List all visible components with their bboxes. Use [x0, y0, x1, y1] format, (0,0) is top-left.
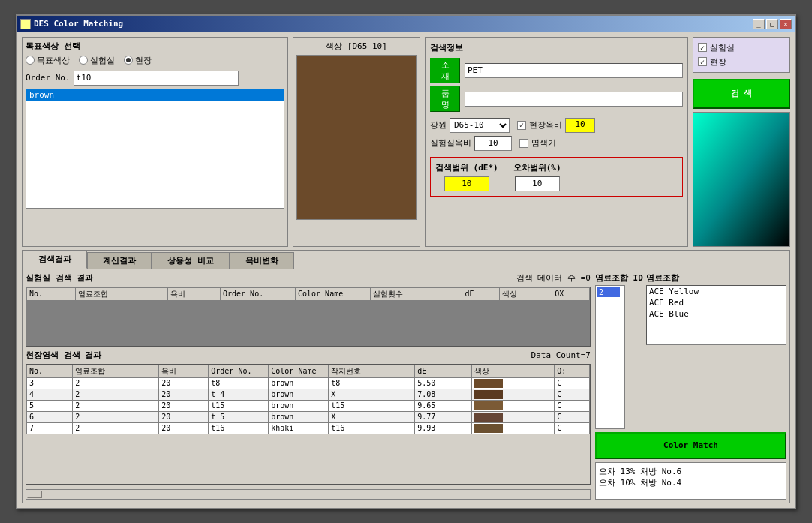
- error-range-input[interactable]: [515, 176, 560, 191]
- search-range-label: 검색범위 (dE*): [435, 162, 498, 173]
- lab-checkbox[interactable]: ✓: [698, 43, 707, 52]
- dye-item-yellow[interactable]: ACE Yellow: [647, 286, 786, 297]
- table-row[interactable]: 7 2 20 t16 khaki t16 9.93 C: [27, 422, 590, 434]
- dyer-checkbox[interactable]: [519, 139, 528, 148]
- lab-dyer-row: 실험실옥비 염색기: [430, 136, 683, 151]
- dye-combo-area: 염료조합 ID 2 염료조합 ACE Yellow ACE Red: [595, 272, 786, 429]
- color-listbox[interactable]: brown: [26, 89, 284, 209]
- table-row[interactable]: 6 2 20 t 5 brown X 9.77 C: [27, 411, 590, 422]
- table-row[interactable]: 3 2 20 t8 brown t8 5.50 C: [27, 377, 590, 389]
- dye-combo-label: 염료조합: [646, 272, 786, 284]
- order-row: Order No.: [26, 71, 284, 86]
- color-preview-panel: 색상 [D65-10]: [293, 37, 420, 247]
- search-range-col: 검색범위 (dE*): [435, 162, 498, 191]
- close-button[interactable]: ✕: [780, 19, 792, 29]
- lab-col-ratio: 욕비: [167, 287, 220, 300]
- range-section: 검색범위 (dE*) 오차범위(%): [430, 157, 683, 197]
- table-row[interactable]: 4 2 20 t 4 brown X 7.08 C: [27, 389, 590, 400]
- lab-ratio-input[interactable]: [474, 136, 512, 151]
- search-range-input[interactable]: [444, 176, 489, 191]
- tab-bar: 검색결과 계산결과 상용성 비교 욕비변화: [23, 251, 789, 269]
- target-color-title: 목표색상 선택: [26, 41, 284, 52]
- radio-lab-circle: [79, 56, 88, 65]
- lab-results-header: 실험실 검색 결과 검색 데이터 수 =0: [26, 272, 591, 284]
- dye-combo-section: 염료조합 ACE Yellow ACE Red ACE Blue: [646, 272, 786, 429]
- title-bar: DES Color Matching _ □ ✕: [17, 16, 795, 32]
- table-row[interactable]: 5 2 20 t15 brown t15 9.65 C: [27, 400, 590, 411]
- minimize-button[interactable]: _: [753, 19, 765, 29]
- lab-results-table-container: No. 염료조합 욕비 Order No. Color Name 실험횟수 dE…: [26, 287, 591, 347]
- lab-col-swatch: 색상: [500, 287, 552, 300]
- light-ratio-row: 광원 D65-10 ✓ 현장옥비 10: [430, 118, 683, 133]
- dye-id-section: 염료조합 ID 2: [595, 272, 643, 429]
- lab-col-test: 실험횟수: [370, 287, 462, 300]
- tab-calc-results[interactable]: 계산결과: [87, 252, 152, 269]
- field-results-table-container[interactable]: No. 염료조합 욕비 Order No. Color Name 작지번호 dE…: [26, 364, 591, 485]
- field-col-work: 작지번호: [329, 365, 415, 377]
- field-checkbox[interactable]: ✓: [698, 57, 707, 66]
- color-preview-label: 색상 [D65-10]: [296, 41, 417, 52]
- error-range-label: 오차범위(%): [513, 162, 561, 173]
- dye-combo-listbox[interactable]: ACE Yellow ACE Red ACE Blue: [646, 285, 786, 345]
- lab-col-de: dE: [462, 287, 500, 300]
- field-results-table: No. 염료조합 욕비 Order No. Color Name 작지번호 dE…: [26, 365, 590, 434]
- dye-id-box: 2: [595, 285, 625, 429]
- field-ratio-checkbox[interactable]: ✓: [517, 121, 526, 130]
- product-input[interactable]: [465, 92, 683, 107]
- lab-ratio-group: 실험실옥비: [430, 136, 512, 151]
- material-row: 소 재: [430, 58, 683, 83]
- color-match-button[interactable]: Color Match: [595, 432, 786, 459]
- radio-group: 목표색상 실험실 현장: [26, 55, 284, 66]
- dye-id-value: 2: [597, 287, 620, 297]
- search-data-count: 검색 데이터 수 =0: [516, 272, 591, 284]
- field-col-ratio: 욕비: [159, 365, 209, 377]
- tabs-section: 검색결과 계산결과 상용성 비교 욕비변화 실험실 검색 결과 검색 데이터 수…: [22, 250, 790, 503]
- dye-item-blue[interactable]: ACE Blue: [647, 308, 786, 320]
- product-label: 품 명: [430, 86, 460, 112]
- main-window: DES Color Matching _ □ ✕ 목표색상 선택 목표색상: [16, 14, 796, 509]
- order-no-input[interactable]: [74, 71, 239, 86]
- tab-search-results[interactable]: 검색결과: [23, 251, 87, 269]
- title-controls: _ □ ✕: [753, 19, 792, 29]
- material-input[interactable]: [465, 63, 683, 78]
- field-col-no: No.: [27, 365, 73, 377]
- maximize-button[interactable]: □: [766, 19, 778, 29]
- search-button[interactable]: 검 색: [693, 79, 790, 109]
- field-col-de: dE: [415, 365, 472, 377]
- lab-col-ox: OX: [552, 287, 590, 300]
- horizontal-scrollbar[interactable]: [26, 489, 591, 500]
- color-gradient-display: [693, 112, 790, 247]
- error-text-2: 오차 10% 처방 No.4: [599, 477, 783, 488]
- lab-col-dye: 염료조합: [76, 287, 167, 300]
- field-ratio-label: 현장옥비: [529, 119, 562, 131]
- color-preview-swatch: [296, 55, 417, 220]
- material-label: 소 재: [430, 58, 460, 83]
- product-row: 품 명: [430, 86, 683, 112]
- lab-ratio-label: 실험실옥비: [430, 137, 471, 149]
- field-col-swatch: 색상: [472, 365, 555, 377]
- radio-lab[interactable]: 실험실: [79, 55, 115, 66]
- field-col-o: O:: [555, 365, 590, 377]
- radio-field[interactable]: 현장: [124, 55, 152, 66]
- lab-col-no: No.: [27, 287, 76, 300]
- error-range-col: 오차범위(%): [513, 162, 561, 191]
- tab-ratio-change[interactable]: 욕비변화: [230, 252, 294, 269]
- tab-compatibility[interactable]: 상용성 비교: [152, 252, 230, 269]
- lab-col-order: Order No.: [220, 287, 295, 300]
- lab-results-title: 실험실 검색 결과: [26, 272, 93, 284]
- dyer-label: 염색기: [531, 137, 556, 149]
- listbox-item-brown[interactable]: brown: [26, 89, 284, 101]
- radio-target[interactable]: 목표색상: [26, 55, 70, 66]
- light-source-select[interactable]: D65-10: [450, 118, 510, 133]
- field-results-title: 현장염색 검색 결과: [26, 350, 101, 361]
- radio-field-dot: [126, 58, 131, 62]
- field-results-header: 현장염색 검색 결과 Data Count=7: [26, 350, 591, 361]
- right-bottom-panel: 염료조합 ID 2 염료조합 ACE Yellow ACE Red: [595, 272, 786, 500]
- dye-item-red[interactable]: ACE Red: [647, 297, 786, 308]
- window-title: DES Color Matching: [34, 19, 123, 29]
- field-ratio-value[interactable]: 10: [565, 118, 595, 133]
- scroll-thumb[interactable]: [27, 491, 42, 498]
- color-match-label: Color Match: [663, 440, 718, 450]
- field-col-order: Order No.: [209, 365, 269, 377]
- target-color-panel: 목표색상 선택 목표색상 실험실 현장: [22, 37, 288, 247]
